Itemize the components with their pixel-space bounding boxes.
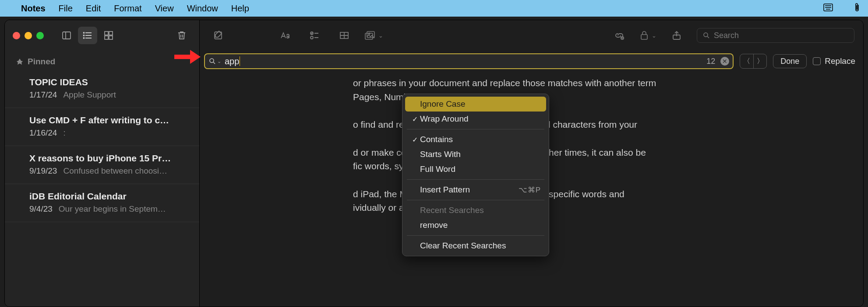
- note-title: X reasons to buy iPhone 15 Pr…: [29, 153, 188, 164]
- note-title: Use CMD + F after writing to c…: [29, 115, 188, 126]
- svg-point-10: [84, 35, 85, 36]
- delete-note-button[interactable]: [172, 27, 191, 44]
- find-nav-segment: 〈 〉: [740, 54, 767, 69]
- lock-button[interactable]: ⌄: [639, 30, 656, 41]
- gallery-view-button[interactable]: [99, 27, 118, 44]
- tutorial-arrow-icon: [174, 51, 201, 63]
- svg-rect-30: [641, 35, 647, 39]
- menu-shortcut: ⌥⌘P: [519, 185, 541, 195]
- checklist-button[interactable]: [305, 27, 324, 44]
- note-preview: :: [63, 128, 65, 138]
- keyboard-viewer-icon[interactable]: [823, 3, 833, 14]
- svg-point-9: [84, 32, 85, 33]
- svg-line-33: [707, 36, 709, 38]
- note-item[interactable]: TOPIC IDEAS 1/17/24Apple Support: [5, 70, 199, 108]
- svg-rect-12: [105, 31, 108, 35]
- window-controls: [13, 32, 44, 39]
- zoom-window-button[interactable]: [36, 32, 44, 39]
- find-input[interactable]: ⌄ app 12 ✕: [204, 53, 734, 69]
- find-options-toggle[interactable]: ⌄: [208, 57, 221, 65]
- pinned-section-header: Pinned: [5, 51, 199, 70]
- menu-separator: [407, 179, 544, 180]
- note-date: 1/17/24: [29, 90, 57, 100]
- svg-rect-15: [109, 36, 113, 39]
- replace-checkbox[interactable]: Replace: [813, 56, 855, 66]
- toggle-sidebar-button[interactable]: [57, 27, 76, 44]
- menu-full-word[interactable]: Full Word: [402, 162, 549, 177]
- menu-separator: [407, 235, 544, 236]
- find-options-menu: Ignore Case ✓Wrap Around ✓Contains Start…: [402, 94, 549, 256]
- format-text-button[interactable]: [275, 27, 294, 44]
- note-item[interactable]: X reasons to buy iPhone 15 Pr… 9/19/23Co…: [5, 146, 199, 184]
- table-button[interactable]: [335, 27, 354, 44]
- menu-ignore-case[interactable]: Ignore Case: [405, 97, 546, 112]
- svg-rect-14: [105, 36, 108, 39]
- menu-help[interactable]: Help: [231, 3, 249, 14]
- svg-point-11: [84, 38, 85, 38]
- share-button[interactable]: [667, 27, 686, 44]
- note-preview: Apple Support: [63, 90, 116, 100]
- editor-toolbar: ⌄ ⌄ Search: [200, 20, 863, 51]
- list-view-button[interactable]: [78, 27, 97, 44]
- chevron-down-icon: ⌄: [217, 59, 221, 64]
- note-date: 1/16/24: [29, 128, 57, 138]
- note-date: 9/19/23: [29, 166, 57, 176]
- menu-separator: [407, 200, 544, 200]
- menu-recent-item[interactable]: remove: [402, 218, 549, 233]
- clear-find-button[interactable]: ✕: [720, 57, 729, 66]
- note-editor: ⌄ ⌄ Search ⌄: [200, 20, 863, 307]
- note-title: TOPIC IDEAS: [29, 77, 188, 87]
- pin-icon: [16, 58, 23, 65]
- note-item[interactable]: iDB Editorial Calendar 9/4/23Our year be…: [5, 184, 199, 222]
- menu-app-name[interactable]: Notes: [21, 3, 46, 14]
- notes-window: Pinned TOPIC IDEAS 1/17/24Apple Support …: [4, 20, 864, 307]
- svg-rect-4: [63, 32, 71, 39]
- menu-clear-recent[interactable]: Clear Recent Searches: [402, 238, 549, 253]
- new-note-button[interactable]: [208, 27, 228, 44]
- menu-file[interactable]: File: [59, 3, 73, 14]
- find-match-count: 12: [706, 57, 715, 66]
- svg-point-34: [210, 59, 214, 63]
- media-button[interactable]: ⌄: [364, 30, 383, 41]
- search-placeholder: Search: [714, 31, 739, 40]
- menu-starts-with[interactable]: Starts With: [402, 147, 549, 162]
- global-search-field[interactable]: Search: [697, 28, 854, 43]
- menu-contains[interactable]: ✓Contains: [402, 132, 549, 147]
- svg-point-32: [704, 33, 708, 37]
- note-title: iDB Editorial Calendar: [29, 191, 188, 202]
- notes-sidebar: Pinned TOPIC IDEAS 1/17/24Apple Support …: [5, 20, 200, 307]
- search-icon: [702, 31, 710, 39]
- menu-window[interactable]: Window: [187, 3, 218, 14]
- link-button[interactable]: [610, 27, 629, 44]
- menu-view[interactable]: View: [155, 3, 174, 14]
- svg-point-19: [311, 36, 313, 39]
- note-item[interactable]: Use CMD + F after writing to c… 1/16/24:: [5, 108, 199, 146]
- find-next-button[interactable]: 〉: [753, 54, 766, 68]
- menu-edit[interactable]: Edit: [86, 3, 101, 14]
- find-text-value: app: [225, 56, 703, 66]
- find-prev-button[interactable]: 〈: [740, 54, 753, 68]
- system-menu-bar: Notes File Edit Format View Window Help: [0, 0, 868, 17]
- find-bar: ⌄ app 12 ✕ 〈 〉 Done Replace: [200, 51, 863, 73]
- note-preview: Confused between choosi…: [63, 166, 167, 176]
- chevron-down-icon: ⌄: [378, 32, 383, 39]
- chevron-down-icon: ⌄: [652, 32, 656, 39]
- menu-recent-searches-header: Recent Searches: [402, 203, 549, 218]
- minimize-window-button[interactable]: [25, 32, 32, 39]
- attachment-icon[interactable]: [854, 2, 860, 15]
- menu-wrap-around[interactable]: ✓Wrap Around: [402, 112, 549, 126]
- menu-separator: [407, 129, 544, 129]
- find-done-button[interactable]: Done: [773, 54, 807, 68]
- checkbox-icon: [813, 57, 821, 65]
- sidebar-toolbar: [5, 20, 199, 51]
- note-date: 9/4/23: [29, 204, 53, 214]
- note-preview: Our year begins in Septem…: [59, 204, 166, 214]
- replace-label: Replace: [825, 56, 855, 66]
- svg-line-35: [213, 62, 215, 64]
- menu-format[interactable]: Format: [114, 3, 141, 14]
- menu-insert-pattern[interactable]: Insert Pattern ⌥⌘P: [402, 182, 549, 197]
- search-icon: [208, 57, 216, 65]
- pinned-label: Pinned: [28, 57, 55, 66]
- svg-rect-13: [109, 31, 113, 35]
- close-window-button[interactable]: [13, 32, 20, 39]
